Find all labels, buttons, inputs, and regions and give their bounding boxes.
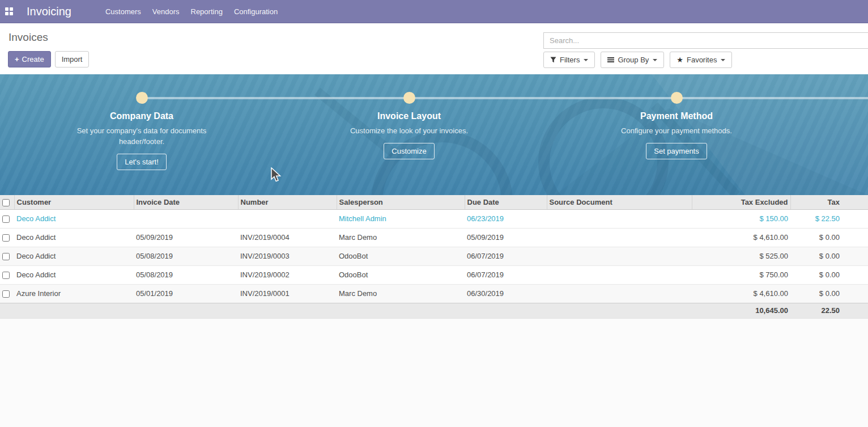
onboarding-step-payment-method: Payment MethodConfigure your payment met… <box>592 92 761 159</box>
onboarding-step-invoice-layout: Invoice LayoutCustomize the look of your… <box>324 92 494 159</box>
cell-salesperson: Marc Demo <box>337 284 465 303</box>
cell-invoice-date <box>134 209 238 228</box>
cell-number: INV/2019/0004 <box>238 228 337 247</box>
onboarding-step-company-data: Company DataSet your company's data for … <box>57 92 227 170</box>
column-header-customer[interactable]: Customer <box>14 195 134 209</box>
cell-due-date: 06/23/2019 <box>465 209 547 228</box>
row-checkbox-cell <box>0 247 14 265</box>
star-icon: ★ <box>676 56 683 64</box>
column-header-number[interactable]: Number <box>238 195 337 209</box>
apps-menu-icon[interactable] <box>5 7 13 15</box>
column-header-tax-excluded[interactable]: Tax Excluded <box>692 195 790 209</box>
step-description: Set your company's data for documents he… <box>73 125 211 147</box>
cell-tax: $ 22.50 <box>790 209 868 228</box>
step-dot-icon <box>136 92 148 104</box>
row-checkbox[interactable] <box>2 253 10 260</box>
cell-tax-excluded: $ 750.00 <box>692 265 790 284</box>
group-by-button[interactable]: Group By <box>601 52 664 68</box>
cell-source-document <box>547 265 692 284</box>
cell-salesperson: Mitchell Admin <box>337 209 465 228</box>
cell-due-date: 06/30/2019 <box>465 284 547 303</box>
cell-salesperson: OdooBot <box>337 265 465 284</box>
favorites-button[interactable]: ★ Favorites <box>670 52 732 68</box>
cell-tax: $ 0.00 <box>790 284 868 303</box>
row-checkbox[interactable] <box>2 272 10 279</box>
column-header-invoice-date[interactable]: Invoice Date <box>134 195 238 209</box>
cell-source-document <box>547 284 692 303</box>
cell-number: INV/2019/0002 <box>238 265 337 284</box>
filter-funnel-icon <box>550 57 556 63</box>
cell-source-document <box>547 247 692 265</box>
menu-vendors[interactable]: Vendors <box>147 0 185 23</box>
invoice-row[interactable]: Deco Addict05/08/2019INV/2019/0002OdooBo… <box>0 265 868 284</box>
totals-row: 10,645.00 22.50 <box>0 303 868 318</box>
row-checkbox[interactable] <box>2 215 10 223</box>
cell-customer: Deco Addict <box>14 265 134 284</box>
invoice-row[interactable]: Deco Addict05/09/2019INV/2019/0004Marc D… <box>0 228 868 247</box>
filters-button[interactable]: Filters <box>543 52 595 68</box>
invoice-row[interactable]: Azure Interior05/01/2019INV/2019/0001Mar… <box>0 284 868 303</box>
cell-customer: Deco Addict <box>14 228 134 247</box>
top-menu: CustomersVendorsReportingConfiguration <box>100 0 283 23</box>
cell-tax: $ 0.00 <box>790 228 868 247</box>
cell-invoice-date: 05/09/2019 <box>134 228 238 247</box>
import-button[interactable]: Import <box>55 51 90 67</box>
row-checkbox-cell <box>0 209 14 228</box>
cell-invoice-date: 05/08/2019 <box>134 247 238 265</box>
row-checkbox-cell <box>0 228 14 247</box>
step-action-button[interactable]: Customize <box>384 143 434 159</box>
menu-customers[interactable]: Customers <box>100 0 147 23</box>
invoice-table: CustomerInvoice DateNumberSalespersonDue… <box>0 195 868 319</box>
menu-configuration[interactable]: Configuration <box>228 0 283 23</box>
cell-tax: $ 0.00 <box>790 247 868 265</box>
cell-number <box>238 209 337 228</box>
cell-tax: $ 0.00 <box>790 265 868 284</box>
cell-tax-excluded: $ 4,610.00 <box>692 284 790 303</box>
row-checkbox[interactable] <box>2 290 10 298</box>
invoice-row[interactable]: Deco Addict05/08/2019INV/2019/0003OdooBo… <box>0 247 868 265</box>
step-description: Customize the look of your invoices. <box>340 125 479 136</box>
step-action-button[interactable]: Set payments <box>646 143 707 159</box>
cell-source-document <box>547 209 692 228</box>
cell-customer: Deco Addict <box>14 209 134 228</box>
cell-due-date: 05/09/2019 <box>465 228 547 247</box>
select-all-cell <box>0 195 14 209</box>
cell-customer: Deco Addict <box>14 247 134 265</box>
totals-spacer <box>0 303 692 318</box>
filters-button-label: Filters <box>560 56 580 64</box>
cell-salesperson: OdooBot <box>337 247 465 265</box>
chevron-down-icon <box>721 59 725 61</box>
cell-tax-excluded: $ 150.00 <box>692 209 790 228</box>
table-header-row: CustomerInvoice DateNumberSalespersonDue… <box>0 195 868 209</box>
cell-tax-excluded: $ 525.00 <box>692 247 790 265</box>
column-header-source-document[interactable]: Source Document <box>547 195 692 209</box>
cell-invoice-date: 05/01/2019 <box>134 284 238 303</box>
column-header-salesperson[interactable]: Salesperson <box>337 195 465 209</box>
column-header-due-date[interactable]: Due Date <box>465 195 547 209</box>
group-by-button-label: Group By <box>618 56 649 64</box>
chevron-down-icon <box>653 59 657 61</box>
invoice-row[interactable]: Deco AddictMitchell Admin06/23/2019$ 150… <box>0 209 868 228</box>
select-all-checkbox[interactable] <box>2 199 10 206</box>
group-by-bars-icon <box>607 57 614 63</box>
cell-number: INV/2019/0003 <box>238 247 337 265</box>
cell-invoice-date: 05/08/2019 <box>134 265 238 284</box>
search-input[interactable] <box>543 32 868 49</box>
cell-due-date: 06/07/2019 <box>465 247 547 265</box>
create-button[interactable]: + Create <box>8 51 51 67</box>
step-title: Payment Method <box>640 111 713 121</box>
step-dot-icon <box>671 92 683 104</box>
step-dot-icon <box>403 92 415 104</box>
total-tax-excluded: 10,645.00 <box>692 303 790 318</box>
row-checkbox-cell <box>0 265 14 284</box>
total-tax: 22.50 <box>790 303 868 318</box>
row-checkbox[interactable] <box>2 234 10 242</box>
menu-reporting[interactable]: Reporting <box>185 0 228 23</box>
cell-number: INV/2019/0001 <box>238 284 337 303</box>
app-brand[interactable]: Invoicing <box>27 5 71 18</box>
cell-tax-excluded: $ 4,610.00 <box>692 228 790 247</box>
column-header-tax[interactable]: Tax <box>790 195 868 209</box>
plus-icon: + <box>15 55 19 64</box>
step-action-button[interactable]: Let's start! <box>117 154 167 170</box>
cell-salesperson: Marc Demo <box>337 228 465 247</box>
